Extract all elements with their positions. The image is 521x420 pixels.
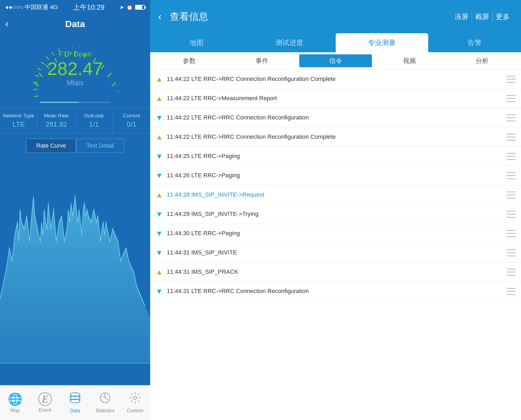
- signal-text: 11:44:29 IMS_SIP_INVITE->Trying: [167, 210, 504, 218]
- event-icon: E: [38, 392, 52, 406]
- stat-mean-rate-label: Mean Rate: [44, 113, 69, 119]
- bottom-nav: 🌐 Map E Event Data Statistics Custom: [0, 385, 150, 420]
- tab-buttons: Rate Curve Test Detail: [26, 138, 124, 153]
- signal-menu-icon[interactable]: [507, 249, 516, 256]
- tab-events[interactable]: 事件: [226, 52, 298, 69]
- right-panel: ‹ 查看信息 冻屏 截屏 更多 地图 测试进度 专业测量 告警 参数 事件 信令…: [150, 0, 521, 420]
- signal-menu-icon[interactable]: [507, 211, 516, 218]
- signal-text: 11:44:31 LTE RRC->RRC Connection Reconfi…: [167, 287, 504, 295]
- nav-data[interactable]: Data: [60, 385, 90, 420]
- gauge-container: FTP Down 282.47 Mbps: [0, 33, 150, 108]
- signal-menu-icon[interactable]: [507, 288, 516, 295]
- arrow-up-icon: ▲: [156, 75, 163, 84]
- signal-item[interactable]: ▼11:44:31 LTE RRC->RRC Connection Reconf…: [150, 282, 521, 301]
- gauge-label: FTP Down: [47, 50, 103, 58]
- signal-menu-icon[interactable]: [507, 172, 516, 179]
- arrow-up-icon: ▲: [156, 133, 163, 141]
- signal-menu-icon[interactable]: [507, 230, 516, 237]
- signal-item[interactable]: ▲11:44:28 IMS_SIP_INVITE->Request: [150, 185, 521, 205]
- stat-outloop: OutLoop 1/1: [75, 108, 113, 133]
- signal-item[interactable]: ▼11:44:25 LTE RRC->Paging: [150, 147, 521, 166]
- tab-test-detail[interactable]: Test Detail: [76, 138, 124, 153]
- tab-alarm[interactable]: 告警: [428, 33, 521, 52]
- back-button[interactable]: ‹: [5, 18, 9, 29]
- signal-item[interactable]: ▲11:44:22 LTE RRC->Measurement Report: [150, 89, 521, 108]
- tab-test-progress[interactable]: 测试进度: [243, 33, 336, 52]
- rate-chart: [0, 158, 150, 382]
- nav-statistics-label: Statistics: [95, 408, 115, 414]
- gauge-value: 282.47: [47, 59, 103, 78]
- svg-line-7: [35, 75, 39, 76]
- signal-dots: ●●○○○: [5, 4, 23, 11]
- signal-menu-icon[interactable]: [507, 153, 516, 160]
- battery-icon: [135, 5, 145, 10]
- nav-event[interactable]: E Event: [30, 385, 60, 420]
- svg-point-36: [134, 396, 137, 399]
- tab-params[interactable]: 参数: [153, 52, 226, 69]
- tabs-row2: 参数 事件 信令 视频 分析: [150, 52, 521, 70]
- svg-line-6: [34, 82, 38, 83]
- signal-menu-icon[interactable]: [507, 114, 516, 121]
- tab-video[interactable]: 视频: [373, 52, 446, 69]
- signal-menu-icon[interactable]: [507, 76, 516, 83]
- signal-text: 11:44:22 LTE RRC->RRC Connection Reconfi…: [167, 75, 504, 83]
- signal-item[interactable]: ▲11:44:22 LTE RRC->RRC Connection Reconf…: [150, 70, 521, 89]
- more-button[interactable]: 更多: [493, 12, 513, 21]
- signal-menu-icon[interactable]: [507, 192, 516, 198]
- stat-outloop-label: OutLoop: [84, 113, 104, 119]
- progress-bar: [40, 102, 110, 103]
- svg-line-25: [108, 73, 111, 77]
- nav-header: ‹ Data: [0, 14, 150, 33]
- page-title: Data: [65, 19, 85, 29]
- signal-item[interactable]: ▲11:44:22 LTE RRC->RRC Connection Reconf…: [150, 128, 521, 147]
- header-actions: 冻屏 截屏 更多: [451, 12, 513, 21]
- freeze-button[interactable]: 冻屏: [451, 12, 472, 21]
- nav-map[interactable]: 🌐 Map: [0, 385, 30, 420]
- tab-professional[interactable]: 专业测量: [336, 33, 428, 52]
- arrow-down-icon: ▼: [156, 287, 163, 296]
- signal-menu-icon[interactable]: [507, 95, 516, 102]
- gauge-wrapper: FTP Down 282.47 Mbps: [27, 36, 123, 98]
- nav-data-label: Data: [70, 408, 80, 414]
- signal-menu-icon[interactable]: [507, 134, 516, 141]
- signal-menu-icon[interactable]: [507, 269, 516, 276]
- screenshot-button[interactable]: 截屏: [472, 12, 493, 21]
- arrow-down-icon: ▼: [156, 210, 163, 219]
- svg-line-14: [72, 45, 73, 49]
- tab-analysis[interactable]: 分析: [446, 52, 518, 69]
- signal-item[interactable]: ▼11:44:30 LTE RRC->Paging: [150, 224, 521, 243]
- tab-signaling[interactable]: 信令: [299, 54, 372, 67]
- stat-mean-rate-value: 281.92: [46, 120, 67, 129]
- right-header: ‹ 查看信息 冻屏 截屏 更多: [150, 0, 521, 33]
- signal-item[interactable]: ▲11:44:31 IMS_SIP_PRACK: [150, 262, 521, 282]
- tab-map[interactable]: 地图: [150, 33, 243, 52]
- signal-item[interactable]: ▼11:44:31 IMS_SIP_INVITE: [150, 243, 521, 262]
- alarm-icon: ⏰: [126, 4, 133, 10]
- nav-statistics[interactable]: Statistics: [90, 385, 120, 420]
- svg-line-13: [65, 46, 66, 50]
- arrow-up-icon: ▲: [156, 191, 163, 199]
- arrow-up-icon: ▲: [156, 94, 163, 103]
- stat-network-type-label: Network Type: [3, 113, 34, 119]
- network-type: 4G: [50, 4, 58, 11]
- left-panel: ●●○○○ 中国联通 4G 上午10:29 ➤ ⏰ ‹ Data: [0, 0, 150, 420]
- signal-text: 11:44:22 LTE RRC->RRC Connection Reconfi…: [167, 133, 504, 141]
- arrow-up-icon: ▲: [156, 268, 163, 276]
- signal-item[interactable]: ▼11:44:29 IMS_SIP_INVITE->Trying: [150, 205, 521, 224]
- tabs-row1: 地图 测试进度 专业测量 告警: [150, 33, 521, 52]
- tab-rate-curve[interactable]: Rate Curve: [26, 138, 76, 153]
- nav-custom[interactable]: Custom: [120, 385, 150, 420]
- signal-text: 11:44:28 IMS_SIP_INVITE->Request: [167, 191, 504, 199]
- signal-text: 11:44:31 IMS_SIP_INVITE: [167, 249, 504, 257]
- svg-line-4: [35, 95, 39, 97]
- status-bar: ●●○○○ 中国联通 4G 上午10:29 ➤ ⏰: [0, 0, 150, 14]
- signal-item[interactable]: ▼11:44:26 LTE RRC->Paging: [150, 166, 521, 185]
- right-back-button[interactable]: ‹: [158, 11, 162, 22]
- gauge-unit: Mbps: [47, 79, 103, 87]
- nav-custom-label: Custom: [127, 408, 143, 414]
- nav-event-label: Event: [39, 407, 51, 413]
- location-icon: ➤: [120, 4, 124, 10]
- stats-row: Network Type LTE Mean Rate 281.92 OutLoo…: [0, 108, 150, 133]
- signal-item[interactable]: ▼11:44:22 LTE RRC->RRC Connection Reconf…: [150, 108, 521, 128]
- signal-text: 11:44:31 IMS_SIP_PRACK: [167, 268, 504, 276]
